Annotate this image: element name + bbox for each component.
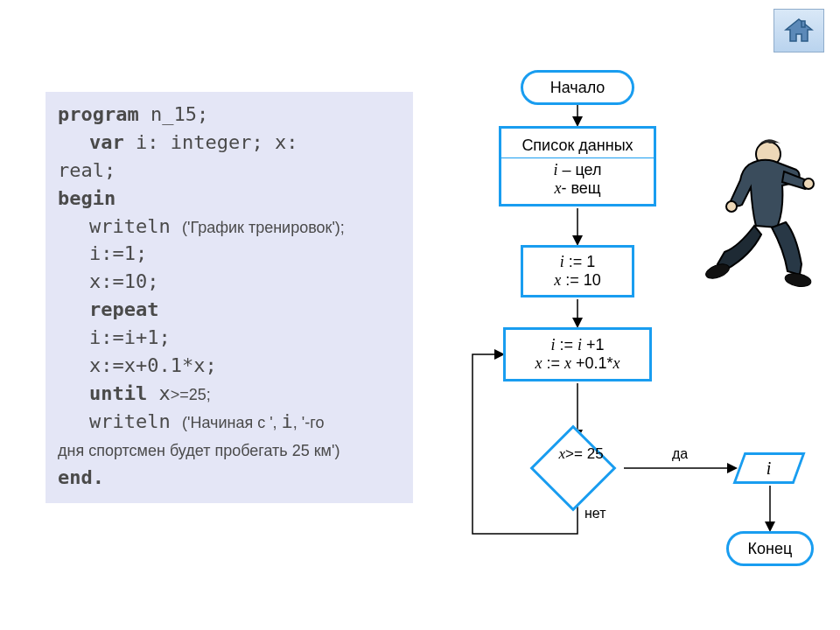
code-line-14: end. [58, 464, 401, 492]
flow-yes-label: да [672, 446, 688, 462]
flow-output-wrap: i [738, 452, 800, 484]
home-icon [784, 18, 814, 44]
flow-output-var: i [766, 458, 772, 479]
code-line-1: program n_15; [58, 101, 401, 129]
code-line-4: begin [58, 185, 401, 213]
flow-data-title: Список данных [522, 136, 633, 155]
svg-point-12 [784, 272, 812, 289]
code-line-3: real; [58, 157, 401, 185]
flow-end-label: Конец [748, 540, 793, 558]
flow-decision: x>= 25 [530, 425, 617, 512]
code-line-2: var i: integer; x: [58, 129, 401, 157]
flow-decision-wrap: x>= 25 [542, 438, 604, 499]
flow-start: Начало [521, 70, 634, 105]
flow-data-row1: i – цел [553, 161, 601, 179]
svg-point-9 [803, 178, 814, 189]
code-line-5: writeln ('График тренировок'); [58, 213, 401, 241]
svg-rect-1 [802, 21, 805, 27]
home-button[interactable] [774, 9, 824, 52]
flow-loop-row2: x := x +0.1*x [535, 354, 620, 373]
flow-loop-body: i := i +1 x := x +0.1*x [503, 327, 652, 382]
code-line-6: i:=1; [58, 240, 401, 268]
code-panel: program n_15; var i: integer; x: real; b… [46, 92, 413, 503]
flow-end: Конец [726, 531, 814, 566]
svg-marker-0 [786, 19, 812, 41]
flow-loop-row1: i := i +1 [550, 336, 604, 354]
code-line-11: until x>=25; [58, 380, 401, 408]
code-line-9: i:=i+1; [58, 324, 401, 352]
runner-image [700, 131, 822, 298]
code-line-13: дня спортсмен будет пробегать 25 км') [58, 436, 401, 464]
flow-init-row1: i := 1 [560, 253, 596, 271]
flow-output: i [732, 452, 805, 484]
flow-data-list: Список данных i – цел x- вещ [499, 126, 656, 206]
flow-data-row2: x- вещ [554, 179, 600, 198]
flow-decision-label: x>= 25 [559, 445, 615, 463]
flow-start-label: Начало [550, 79, 606, 97]
code-line-8: repeat [58, 296, 401, 324]
code-line-10: x:=x+0.1*x; [58, 352, 401, 380]
code-line-12: writeln ('Начиная с ', i, '-го [58, 408, 401, 436]
flow-init: i := 1 x := 10 [521, 245, 634, 298]
svg-point-10 [726, 201, 737, 212]
flow-init-row2: x := 10 [554, 271, 601, 290]
code-line-7: x:=10; [58, 268, 401, 296]
flow-no-label: нет [584, 506, 606, 522]
